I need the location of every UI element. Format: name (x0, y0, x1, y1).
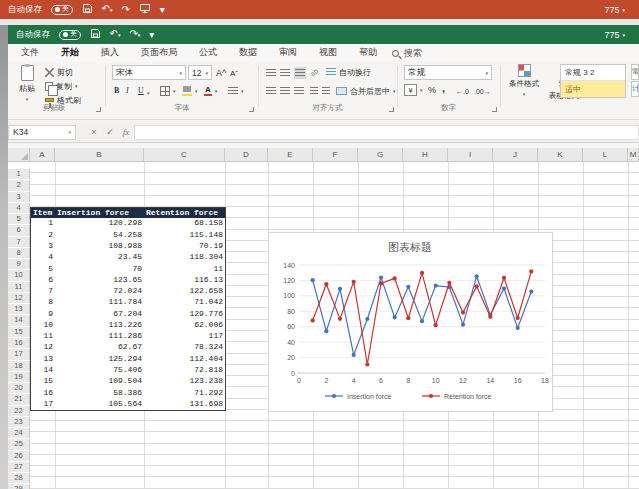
align-left-button[interactable] (266, 85, 276, 97)
tab-insert[interactable]: 插入 (100, 43, 120, 64)
ppt-autosave-toggle[interactable]: 关 (51, 5, 73, 15)
phonetic-guide-button[interactable]: ▾ (228, 85, 244, 97)
column-header-F[interactable]: F (313, 148, 358, 162)
tab-data[interactable]: 数据 (238, 43, 258, 64)
column-header-G[interactable]: G (358, 148, 403, 162)
ppt-qat-overflow-icon[interactable]: ▾ (160, 5, 165, 15)
svg-text:60: 60 (287, 323, 295, 330)
svg-text:4: 4 (352, 377, 356, 384)
copy-button[interactable]: 复制▾ (45, 80, 78, 92)
orientation-button[interactable]: ab (307, 65, 321, 79)
column-header-M[interactable]: M (628, 148, 639, 162)
cell-style-normal[interactable]: 常规 3 2 (561, 65, 625, 81)
font-name-combobox[interactable]: 宋体▾ (112, 65, 186, 80)
select-all-button[interactable] (8, 148, 30, 162)
row-24: 24 (8, 421, 639, 432)
clipboard-group-label: 剪贴板 (8, 103, 100, 113)
svg-text:40: 40 (287, 339, 295, 346)
excel-qat-overflow-icon[interactable]: ▾ (149, 30, 154, 40)
svg-text:100: 100 (283, 292, 295, 299)
excel-undo-icon[interactable]: ↶▾ (110, 29, 121, 40)
percent-style-button[interactable]: % (428, 84, 436, 96)
italic-button[interactable]: I (126, 84, 129, 96)
font-color-button[interactable]: A▾ (204, 85, 217, 97)
align-middle-button[interactable] (280, 67, 290, 79)
column-header-L[interactable]: L (583, 148, 628, 162)
clipboard-dialog-launcher-icon[interactable] (96, 107, 101, 112)
enter-icon[interactable]: ✓ (102, 127, 118, 137)
column-header-A[interactable]: A (30, 148, 55, 162)
gridline (583, 162, 584, 489)
align-right-button[interactable] (294, 85, 304, 97)
table-cell[interactable]: 131.698 (144, 399, 226, 411)
tab-file[interactable]: 文件 (20, 43, 40, 64)
tab-help[interactable]: 帮助 (358, 43, 378, 64)
fill-color-button[interactable]: ▾ (182, 85, 198, 97)
grow-font-button[interactable]: A^ (216, 67, 226, 79)
column-header-I[interactable]: I (448, 148, 493, 162)
ppt-save-icon[interactable] (82, 3, 93, 16)
table-cell[interactable]: 17 (30, 399, 56, 411)
table-cell[interactable]: 105.564 (55, 399, 145, 411)
column-header-H[interactable]: H (403, 148, 448, 162)
number-format-combobox[interactable]: 常规▾ (404, 65, 492, 80)
align-top-button[interactable] (266, 67, 276, 79)
align-center-button[interactable] (280, 85, 290, 97)
align-bottom-button[interactable] (294, 67, 306, 79)
decrease-indent-button[interactable] (310, 85, 318, 97)
align-center-icon (280, 87, 290, 95)
increase-indent-button[interactable] (322, 85, 330, 97)
underline-button[interactable]: U (138, 84, 144, 96)
insert-function-icon[interactable]: fx (118, 127, 134, 137)
excel-autosave-toggle[interactable]: 关 (59, 30, 81, 40)
merge-center-button[interactable]: 合并后居中▾ (336, 85, 396, 97)
wrap-text-button[interactable]: 自动换行 (326, 66, 371, 78)
borders-button[interactable]: ▾ (160, 85, 176, 97)
row-header-29[interactable]: 29 (8, 484, 30, 489)
ppt-undo-icon[interactable]: ↶▾ (102, 4, 113, 15)
shrink-font-button[interactable]: Aˇ (230, 67, 238, 79)
cell-style-partial-bottom[interactable]: 计 (631, 81, 639, 97)
ppt-quick-access-toolbar: 自动保存 关 ↶▾ ↷ ▾ (0, 3, 165, 16)
merge-center-icon (336, 87, 347, 95)
conditional-formatting-button[interactable]: 条件格式 ▾ (504, 64, 544, 97)
tab-page-layout[interactable]: 页面布局 (140, 43, 178, 64)
accounting-format-button[interactable]: ¥▾ (404, 84, 423, 96)
name-box[interactable]: K34▾ (8, 125, 76, 140)
copy-icon (45, 82, 53, 91)
ppt-present-icon[interactable] (139, 3, 151, 16)
align-top-icon (266, 69, 276, 77)
comma-style-button[interactable]: , (442, 82, 445, 94)
excel-redo-icon[interactable]: ↷▾ (129, 29, 140, 40)
tab-review[interactable]: 审阅 (278, 43, 298, 64)
font-size-combobox[interactable]: 12▾ (188, 65, 212, 80)
chart[interactable]: 020406080100120140024681012141618图表标题Ins… (268, 232, 553, 412)
tab-home[interactable]: 开始 (60, 43, 80, 64)
search-button[interactable]: 搜索 (392, 47, 422, 60)
tab-formulas[interactable]: 公式 (198, 43, 218, 64)
number-dialog-launcher-icon[interactable] (492, 107, 497, 112)
ppt-redo-icon[interactable]: ↷ (121, 5, 129, 15)
column-header-E[interactable]: E (268, 148, 313, 162)
ppt-user-badge[interactable]: 775▾ (604, 5, 625, 15)
column-header-K[interactable]: K (538, 148, 583, 162)
cell-style-mediocre[interactable]: 适中 (561, 81, 625, 97)
column-header-C[interactable]: C (144, 148, 225, 162)
alignment-dialog-launcher-icon[interactable] (389, 107, 394, 112)
excel-save-icon[interactable] (90, 28, 101, 41)
column-header-J[interactable]: J (493, 148, 538, 162)
font-dialog-launcher-icon[interactable] (249, 107, 254, 112)
decrease-decimal-button[interactable]: .00→ (474, 85, 491, 97)
formula-input[interactable] (134, 125, 639, 140)
underline-dropdown-icon[interactable]: ▾ (147, 87, 150, 99)
tab-view[interactable]: 视图 (318, 43, 338, 64)
bold-button[interactable]: B (114, 84, 119, 96)
column-header-D[interactable]: D (225, 148, 268, 162)
cell-style-partial-top[interactable]: 常 (631, 64, 639, 80)
excel-user-badge[interactable]: 775▾ (604, 30, 625, 40)
column-header-B[interactable]: B (55, 148, 144, 162)
row-4: 4 (8, 196, 639, 207)
cancel-icon[interactable]: × (86, 127, 102, 137)
cut-button[interactable]: 剪切 (45, 66, 73, 78)
increase-decimal-button[interactable]: ←.0 (456, 85, 469, 97)
